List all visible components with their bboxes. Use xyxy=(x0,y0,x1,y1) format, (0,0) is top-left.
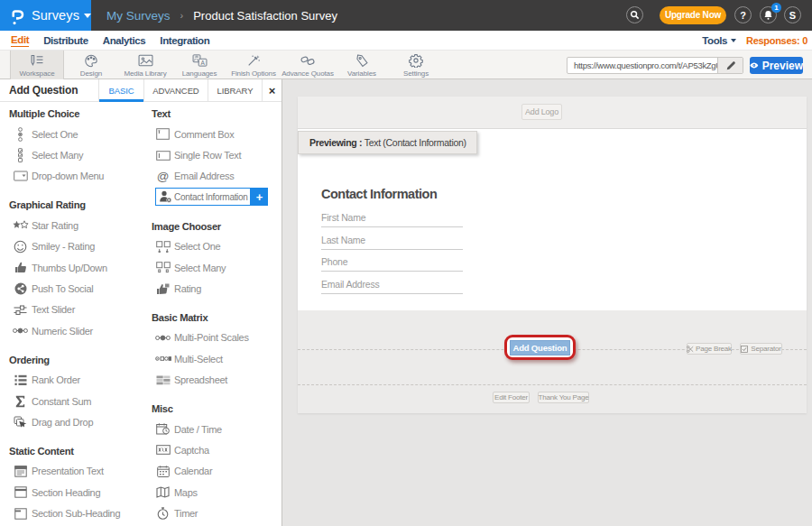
svg-text:A: A xyxy=(200,60,205,66)
